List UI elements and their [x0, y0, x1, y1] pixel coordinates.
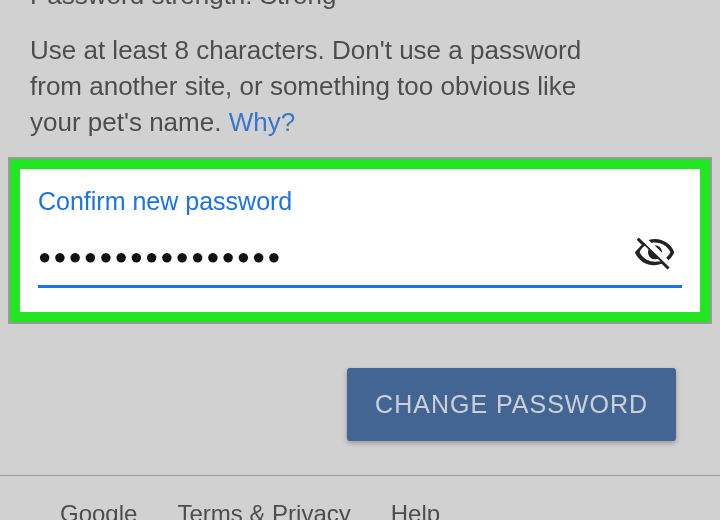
- footer-link-help[interactable]: Help: [391, 500, 440, 520]
- footer-links: Google Terms & Privacy Help: [0, 476, 720, 520]
- confirm-password-field-container: Confirm new password ●●●●●●●●●●●●●●●●: [10, 159, 710, 322]
- helper-line-2: from another site, or something too obvi…: [30, 71, 576, 101]
- confirm-password-input[interactable]: ●●●●●●●●●●●●●●●●: [38, 244, 634, 270]
- password-helper-text: Use at least 8 characters. Don't use a p…: [30, 33, 690, 141]
- footer-link-terms[interactable]: Terms & Privacy: [177, 500, 350, 520]
- confirm-password-input-row: ●●●●●●●●●●●●●●●●: [38, 238, 682, 288]
- eye-off-icon: [634, 232, 676, 274]
- why-link[interactable]: Why?: [229, 107, 295, 137]
- toggle-password-visibility-button[interactable]: [634, 232, 682, 277]
- confirm-password-label: Confirm new password: [38, 187, 682, 216]
- helper-line-1: Use at least 8 characters. Don't use a p…: [30, 35, 581, 65]
- change-password-button[interactable]: CHANGE PASSWORD: [347, 368, 676, 441]
- footer-link-google[interactable]: Google: [60, 500, 137, 520]
- helper-line-3: your pet's name.: [30, 107, 229, 137]
- password-strength-text: Password strength: Strong: [30, 0, 690, 11]
